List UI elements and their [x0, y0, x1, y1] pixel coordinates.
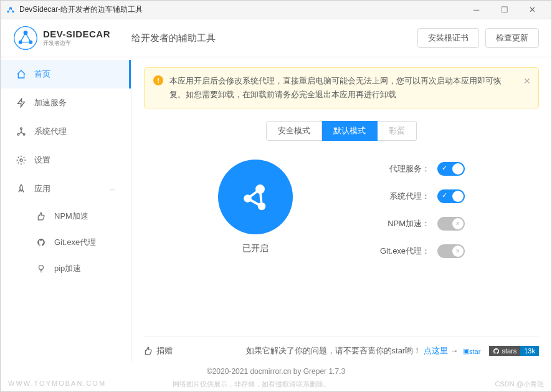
nav-pip-accel[interactable]: pip加速: [16, 256, 131, 282]
donate-button[interactable]: 捐赠: [144, 345, 173, 356]
nav-label: pip加速: [54, 263, 116, 274]
system-proxy-switch[interactable]: [437, 189, 465, 203]
mode-safe-tab[interactable]: 安全模式: [266, 121, 322, 141]
warning-alert: ! 本应用开启后会修改系统代理，直接重启电脑可能会无法上网，您可以再次启动本应用…: [144, 67, 539, 108]
maximize-button[interactable]: ☐: [490, 1, 518, 19]
header: DEV-SIDECAR 开发者边车 给开发者的辅助工具 安装根证书 检查更新: [1, 19, 551, 57]
mode-egg-tab[interactable]: 彩蛋: [378, 121, 417, 141]
nav-label: NPM加速: [54, 211, 116, 222]
nav-settings[interactable]: 设置: [1, 146, 131, 174]
nav-accel-service[interactable]: 加速服务: [1, 88, 131, 117]
logo-icon: [13, 26, 38, 50]
github-icon: [493, 348, 500, 355]
close-button[interactable]: ✕: [518, 1, 546, 19]
svg-point-3: [14, 27, 37, 50]
network-icon: [16, 126, 27, 137]
github-icon: [36, 237, 47, 248]
nav-git-proxy[interactable]: Git.exe代理: [16, 229, 131, 256]
watermark-left2: 网络图片仅供展示，非存储，如有侵权请联系删除。: [173, 380, 330, 389]
thumbs-up-icon: [36, 211, 47, 222]
status-label: 已开启: [242, 243, 269, 254]
home-icon: [16, 69, 27, 80]
github-stars-badge[interactable]: stars 13k: [489, 345, 539, 357]
titlebar: DevSidecar-给开发者的边车辅助工具 ─ ☐ ✕: [1, 1, 551, 19]
alert-text: 本应用开启后会修改系统代理，直接重启电脑可能会无法上网，您可以再次启动本应用即可…: [169, 76, 502, 99]
thumbs-up-icon: [144, 347, 153, 355]
toggle-label-system-proxy: 系统代理：: [389, 191, 430, 202]
git-proxy-switch[interactable]: [437, 244, 465, 258]
copyright: ©2020-2021 docmirror.cn by Greper 1.7.3: [1, 363, 551, 380]
sidebar: 首页 加速服务 系统代理 设置 应用 ︿: [1, 57, 131, 363]
nav-label: 加速服务: [34, 97, 116, 108]
rocket-icon: [16, 183, 27, 194]
nav-npm-accel[interactable]: NPM加速: [16, 203, 131, 229]
alert-close-button[interactable]: ✕: [523, 74, 531, 89]
toggle-label-git-proxy: Git.exe代理：: [380, 246, 430, 257]
watermark-right: CSDN @小青龍: [495, 380, 544, 389]
nav-label: Git.exe代理: [54, 237, 116, 248]
window-title: DevSidecar-给开发者的边车辅助工具: [19, 4, 462, 15]
footer-bar: 捐赠 如果它解决了你的问题，请不要吝啬你的star哟！ 点这里 → ▣star …: [144, 337, 539, 363]
nav-label: 首页: [34, 69, 116, 80]
nav-label: 设置: [34, 155, 116, 166]
toggle-label-proxy-service: 代理服务：: [389, 163, 430, 174]
mode-default-tab[interactable]: 默认模式: [322, 121, 378, 141]
chevron-up-icon: ︿: [110, 184, 116, 193]
svg-point-4: [24, 31, 28, 35]
watermark-left: WWW.TOYMOBAN.COM: [8, 380, 173, 389]
star-link[interactable]: 点这里: [424, 346, 448, 355]
minimize-button[interactable]: ─: [462, 1, 490, 19]
gear-icon: [16, 155, 27, 166]
nav-apps[interactable]: 应用 ︿: [1, 174, 131, 203]
install-cert-button[interactable]: 安装根证书: [417, 28, 479, 48]
nav-home[interactable]: 首页: [1, 60, 131, 88]
logo-sub-text: 开发者边车: [43, 39, 110, 47]
watermarks: WWW.TOYMOBAN.COM 网络图片仅供展示，非存储，如有侵权请联系删除。…: [1, 380, 551, 391]
nav-system-proxy[interactable]: 系统代理: [1, 117, 131, 146]
app-icon: [6, 5, 16, 15]
logo-main-text: DEV-SIDECAR: [43, 29, 110, 39]
toggle-label-npm-accel: NPM加速：: [388, 218, 430, 229]
thunder-icon: [16, 97, 27, 108]
donate-label: 捐赠: [156, 345, 173, 356]
content: ! 本应用开启后会修改系统代理，直接重启电脑可能会无法上网，您可以再次启动本应用…: [131, 57, 551, 363]
npm-accel-switch[interactable]: [437, 217, 465, 231]
logo: DEV-SIDECAR 开发者边车: [13, 26, 131, 50]
network-status-icon: [237, 178, 274, 216]
nav-label: 系统代理: [34, 126, 116, 137]
nav-label: 应用: [34, 183, 110, 194]
bulb-icon: [36, 263, 47, 274]
star-image-placeholder[interactable]: ▣star: [463, 347, 480, 355]
svg-point-10: [20, 159, 22, 161]
proxy-service-switch[interactable]: [437, 162, 465, 176]
svg-point-7: [21, 128, 22, 130]
warning-icon: !: [153, 75, 163, 85]
mode-tabs: 安全模式 默认模式 彩蛋: [144, 121, 539, 141]
check-update-button[interactable]: 检查更新: [485, 28, 539, 48]
footer-text: 如果它解决了你的问题，请不要吝啬你的star哟！ 点这里 → ▣star: [173, 345, 489, 356]
page-title: 给开发者的辅助工具: [131, 32, 417, 44]
status-toggle-button[interactable]: [218, 160, 293, 234]
